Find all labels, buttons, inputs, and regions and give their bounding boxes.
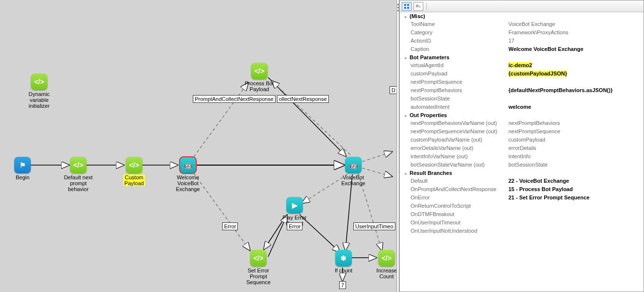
node-custom-payload[interactable]: </> CustomPayload bbox=[115, 157, 154, 186]
bot-icon: 🤖 bbox=[345, 157, 362, 173]
node-label: Default nextpromptbehavior bbox=[59, 174, 98, 192]
prop-key: nextPromptBehaviors bbox=[400, 86, 506, 95]
code-icon: </> bbox=[251, 63, 268, 79]
branch-icon: ✱ bbox=[335, 250, 352, 267]
prop-key: botSessionState bbox=[400, 95, 506, 103]
prop-row[interactable]: OnError21 - Set Error Prompt Sequence bbox=[400, 194, 644, 202]
svg-line-7 bbox=[268, 77, 345, 156]
flow-canvas[interactable]: ⚑ Begin </> Dynamicvariableinitializer <… bbox=[0, 0, 396, 292]
prop-key: OnUserInputNotUnderstood bbox=[400, 227, 506, 235]
node-process-bot-payload[interactable]: </> Process BotPayload bbox=[240, 63, 279, 92]
prop-row[interactable]: botSessionState bbox=[400, 95, 644, 103]
properties-grid[interactable]: ⌄ (Misc) ToolNameVoiceBot Exchange Categ… bbox=[400, 12, 644, 292]
prop-key: OnError bbox=[400, 194, 506, 202]
edge-label: UserInputTimeo bbox=[353, 222, 395, 230]
prop-value: customPayload bbox=[506, 136, 644, 144]
prop-value: welcome bbox=[506, 103, 644, 111]
flag-icon: ⚑ bbox=[14, 157, 31, 173]
group-title: Result Branches bbox=[410, 170, 452, 176]
prop-key: intentInfoVarName (out) bbox=[400, 152, 506, 161]
prop-row[interactable]: ActionID17 bbox=[400, 37, 644, 45]
edge-label: Error bbox=[287, 222, 302, 230]
prop-row[interactable]: virtualAgentIdic-demo2 bbox=[400, 61, 644, 70]
node-if-count[interactable]: ✱ If count bbox=[324, 250, 363, 273]
prop-row[interactable]: nextPromptBehaviorsVarName (out)nextProm… bbox=[400, 119, 644, 127]
prop-value: 17 bbox=[506, 37, 644, 45]
node-label: CustomPayload bbox=[115, 174, 154, 186]
prop-row[interactable]: OnPromptAndCollectNextResponse15 - Proce… bbox=[400, 185, 644, 194]
properties-toolbar: A↓ bbox=[400, 0, 644, 12]
code-icon: </> bbox=[250, 250, 267, 267]
prop-key: Default bbox=[400, 177, 506, 185]
node-default-next-prompt-behavior[interactable]: </> Default nextpromptbehavior bbox=[59, 157, 98, 192]
svg-line-8 bbox=[272, 81, 350, 155]
prop-key: nextPromptSequence bbox=[400, 78, 506, 86]
group-bot-parameters[interactable]: ⌄ Bot Parameters bbox=[400, 53, 644, 61]
prop-value: ic-demo2 bbox=[506, 61, 644, 70]
svg-rect-19 bbox=[404, 4, 406, 6]
prop-row[interactable]: nextPromptSequence bbox=[400, 78, 644, 86]
prop-value: nextPromptSequence bbox=[506, 127, 644, 136]
svg-rect-20 bbox=[407, 4, 409, 6]
prop-key: OnPromptAndCollectNextResponse bbox=[400, 185, 506, 194]
prop-value: Welcome VoiceBot Exchange bbox=[506, 45, 644, 53]
prop-value: {customPayloadJSON} bbox=[506, 70, 644, 78]
toolbar-separator bbox=[426, 2, 427, 10]
prop-key: OnUserInputTimeout bbox=[400, 219, 506, 227]
prop-key: errorDetailsVarName (out) bbox=[400, 144, 506, 152]
prop-value: nextPromptBehaviors bbox=[506, 119, 644, 127]
prop-row[interactable]: ToolNameVoiceBot Exchange bbox=[400, 20, 644, 28]
prop-row[interactable]: OnUserInputTimeout bbox=[400, 219, 644, 227]
prop-row[interactable]: automatedIntentwelcome bbox=[400, 103, 644, 111]
prop-row[interactable]: customPayloadVarName (out)customPayload bbox=[400, 136, 644, 144]
node-begin[interactable]: ⚑ Begin bbox=[3, 157, 42, 180]
prop-row[interactable]: botSessionStateVarName (out)botSessionSt… bbox=[400, 161, 644, 169]
group-title: (Misc) bbox=[410, 13, 425, 19]
node-label: Set ErrorPromptSequence bbox=[239, 268, 278, 285]
group-title: Out Properties bbox=[410, 112, 447, 118]
node-label: VoiceBotExchange bbox=[334, 174, 373, 186]
prop-row[interactable]: nextPromptBehaviors{defaultNextPromptBeh… bbox=[400, 86, 644, 95]
node-voicebot-exchange[interactable]: 🤖 VoiceBotExchange bbox=[334, 157, 373, 186]
prop-key: customPayload bbox=[400, 70, 506, 78]
group-result-branches[interactable]: ⌄ Result Branches bbox=[400, 169, 644, 177]
node-welcome-voicebot-exchange[interactable]: 🤖 WelcomeVoiceBotExchange bbox=[168, 157, 207, 192]
category-icon bbox=[404, 3, 410, 9]
code-icon: </> bbox=[126, 157, 142, 173]
prop-key: Caption bbox=[400, 45, 506, 53]
alphabetical-view-button[interactable]: A↓ bbox=[414, 2, 423, 11]
prop-key: virtualAgentId bbox=[400, 61, 506, 70]
prop-value: 15 - Process Bot Payload bbox=[506, 185, 644, 194]
prop-row[interactable]: intentInfoVarName (out)intentInfo bbox=[400, 152, 644, 161]
node-dynamic-variable-initializer[interactable]: </> Dynamicvariableinitializer bbox=[20, 73, 59, 109]
svg-rect-21 bbox=[404, 7, 406, 9]
prop-row[interactable]: OnReturnControlToScript bbox=[400, 202, 644, 210]
prop-key: OnDTMFBreakout bbox=[400, 210, 506, 219]
prop-row[interactable]: CategoryFramework\ProxyActions bbox=[400, 28, 644, 37]
prop-row[interactable]: CaptionWelcome VoiceBot Exchange bbox=[400, 45, 644, 53]
edge-label: PromptAndCollectNextResponse bbox=[193, 95, 276, 103]
prop-row[interactable]: errorDetailsVarName (out)errorDetails bbox=[400, 144, 644, 152]
chevron-down-icon: ⌄ bbox=[403, 14, 408, 19]
chevron-down-icon: ⌄ bbox=[403, 55, 408, 60]
prop-value: Framework\ProxyActions bbox=[506, 28, 644, 37]
node-set-error-prompt-sequence[interactable]: </> Set ErrorPromptSequence bbox=[239, 250, 278, 285]
prop-row[interactable]: OnDTMFBreakout bbox=[400, 210, 644, 219]
prop-value: errorDetails bbox=[506, 144, 644, 152]
prop-key: ToolName bbox=[400, 20, 506, 28]
node-play-error-prompt[interactable]: ▶ Play ErrorPrompt bbox=[275, 197, 314, 226]
sort-az-icon: A↓ bbox=[416, 4, 421, 8]
prop-row[interactable]: Default22 - VoiceBot Exchange bbox=[400, 177, 644, 185]
prop-row[interactable]: customPayload{customPayloadJSON} bbox=[400, 70, 644, 78]
group-out-properties[interactable]: ⌄ Out Properties bbox=[400, 111, 644, 119]
group-misc[interactable]: ⌄ (Misc) bbox=[400, 12, 644, 20]
edge-label: ollectNextResponse bbox=[277, 95, 329, 103]
edge-label: 7 bbox=[339, 281, 346, 289]
prop-value: 21 - Set Error Prompt Sequence bbox=[506, 194, 644, 202]
categorized-view-button[interactable] bbox=[402, 2, 412, 11]
prop-row[interactable]: OnUserInputNotUnderstood bbox=[400, 227, 644, 235]
node-label: Process BotPayload bbox=[240, 80, 279, 92]
prop-row[interactable]: nextPromptSequenceVarName (out)nextPromp… bbox=[400, 127, 644, 136]
prop-key: customPayloadVarName (out) bbox=[400, 136, 506, 144]
chevron-down-icon: ⌄ bbox=[403, 113, 408, 118]
